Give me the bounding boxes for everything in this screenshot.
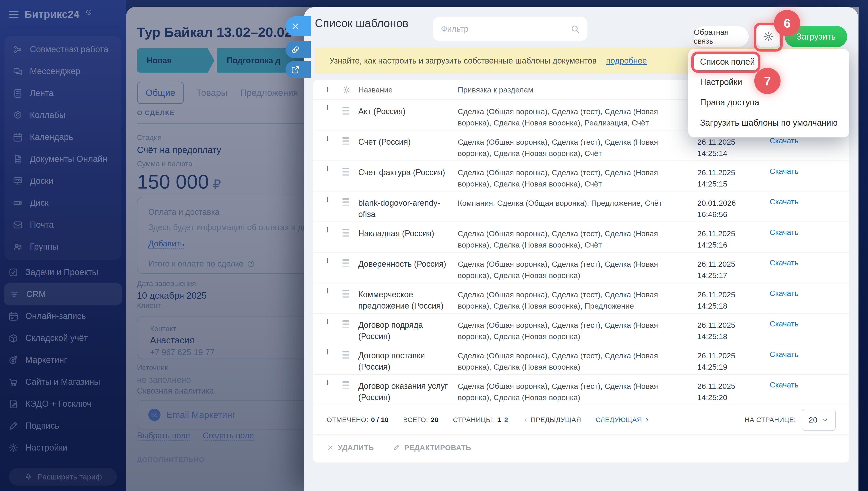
column-header-name[interactable]: Название bbox=[358, 84, 458, 95]
deal-tab[interactable]: Общие bbox=[137, 82, 184, 104]
template-name[interactable]: Договор оказания услуг (Россия) bbox=[358, 380, 458, 403]
sidebar-item[interactable]: Доски bbox=[4, 170, 121, 192]
select-all-checkbox[interactable] bbox=[327, 87, 328, 92]
template-name[interactable]: Доверенность (Россия) bbox=[358, 258, 458, 270]
sidebar-item[interactable]: Календарь bbox=[4, 126, 121, 148]
per-page-select[interactable]: 20 bbox=[802, 409, 836, 431]
sidebar-item[interactable]: Сайты и Магазины bbox=[0, 371, 126, 393]
delete-button[interactable]: УДАЛИТЬ bbox=[327, 443, 374, 452]
row-checkbox[interactable] bbox=[327, 197, 328, 202]
select-field-link[interactable]: Выбрать поле bbox=[137, 431, 190, 441]
sidebar-item[interactable]: Лента bbox=[4, 82, 121, 104]
download-link[interactable]: Скачать bbox=[770, 380, 799, 389]
sidebar-item[interactable]: Задачи и Проекты bbox=[0, 261, 126, 283]
sidebar-item[interactable]: Документы Онлайн bbox=[4, 148, 121, 170]
stage-new[interactable]: Новая bbox=[137, 48, 214, 73]
filter-input[interactable] bbox=[441, 24, 570, 34]
sidebar-item-collab[interactable]: Совместная работа bbox=[4, 38, 121, 60]
row-checkbox[interactable] bbox=[327, 319, 328, 324]
drag-handle-icon[interactable] bbox=[342, 229, 349, 237]
template-name[interactable]: Договор подряда (Россия) bbox=[358, 319, 458, 342]
deal-tab[interactable]: Товары bbox=[197, 82, 228, 103]
dropdown-menu-item[interactable]: Настройки bbox=[688, 72, 849, 92]
row-checkbox[interactable] bbox=[327, 136, 328, 141]
download-cell: Скачать bbox=[770, 258, 849, 267]
sidebar-item[interactable]: Онлайн-запись bbox=[0, 305, 126, 327]
download-link[interactable]: Скачать bbox=[770, 167, 799, 175]
next-page-button[interactable]: СЛЕДУЮЩАЯ bbox=[596, 416, 650, 424]
template-name[interactable]: Коммерческое предложение (Россия) bbox=[358, 289, 458, 312]
dropdown-menu-item[interactable]: Права доступа bbox=[688, 92, 849, 113]
menu-icon[interactable] bbox=[9, 11, 19, 18]
drag-handle-icon[interactable] bbox=[342, 168, 349, 176]
page-1[interactable]: 1 bbox=[497, 416, 501, 424]
download-link[interactable]: Скачать bbox=[770, 197, 799, 206]
drag-handle-icon[interactable] bbox=[342, 259, 349, 267]
template-name[interactable]: Счет-фактура (Россия) bbox=[358, 167, 458, 178]
download-link[interactable]: Скачать bbox=[770, 228, 799, 236]
open-new-window-button[interactable] bbox=[286, 61, 311, 78]
amount-value[interactable]: 150 000₽ bbox=[137, 170, 221, 193]
drag-handle-icon[interactable] bbox=[342, 381, 349, 389]
upload-button[interactable]: Загрузить bbox=[785, 26, 847, 47]
help-icon[interactable] bbox=[247, 260, 255, 268]
banner-more-link[interactable]: подробнее bbox=[606, 56, 647, 65]
upgrade-plan-button[interactable]: Расширить тариф bbox=[9, 468, 117, 486]
field-value[interactable]: Счёт на предоплату bbox=[137, 145, 221, 155]
row-checkbox[interactable] bbox=[327, 166, 328, 171]
column-header-sections[interactable]: Привязка к разделам bbox=[458, 84, 697, 95]
sidebar-item-label: Почта bbox=[30, 220, 54, 230]
sidebar-item[interactable]: Настройки bbox=[0, 437, 126, 459]
drag-handle-icon[interactable] bbox=[342, 290, 349, 298]
drag-handle-icon[interactable] bbox=[342, 351, 349, 359]
analytics-value[interactable]: Email Маркетинг bbox=[167, 410, 236, 420]
page-2[interactable]: 2 bbox=[504, 416, 508, 424]
dropdown-menu-item[interactable]: Список полей bbox=[688, 52, 849, 72]
download-link[interactable]: Скачать bbox=[770, 350, 799, 358]
sidebar-item[interactable]: Складской учёт bbox=[0, 327, 126, 349]
row-checkbox[interactable] bbox=[327, 105, 328, 110]
settings-gear-button[interactable] bbox=[757, 26, 779, 47]
download-link[interactable]: Скачать bbox=[770, 289, 799, 297]
deal-tab[interactable]: Предложения bbox=[240, 82, 298, 103]
columns-gear-icon[interactable] bbox=[342, 86, 351, 94]
sidebar-item[interactable]: Почта bbox=[4, 214, 121, 236]
add-payment-link[interactable]: Добавить bbox=[148, 239, 184, 249]
create-field-link[interactable]: Создать поле bbox=[203, 431, 254, 441]
row-checkbox[interactable] bbox=[327, 227, 328, 232]
feedback-button[interactable]: Обратная связь bbox=[694, 26, 749, 47]
edit-button[interactable]: РЕДАКТИРОВАТЬ bbox=[393, 443, 471, 452]
download-link[interactable]: Скачать bbox=[770, 258, 799, 267]
sidebar-item[interactable]: Подпись bbox=[0, 415, 126, 437]
download-link[interactable]: Скачать bbox=[770, 319, 799, 328]
sidebar-item-icon bbox=[8, 267, 19, 278]
field-value[interactable]: 10 декабря 2025 bbox=[137, 290, 207, 301]
sidebar-item[interactable]: Диск bbox=[4, 192, 121, 214]
sidebar-item[interactable]: Коллабы bbox=[4, 104, 121, 126]
download-link[interactable]: Скачать bbox=[770, 136, 799, 145]
sidebar-item[interactable]: Маркетинг bbox=[0, 349, 126, 371]
sidebar-item[interactable]: КЭДО + Госключ bbox=[0, 393, 126, 415]
field-label: Источник bbox=[137, 364, 191, 372]
drag-handle-icon[interactable] bbox=[342, 320, 349, 328]
row-checkbox[interactable] bbox=[327, 349, 328, 354]
drag-handle-icon[interactable] bbox=[342, 198, 349, 206]
template-name[interactable]: Счет (Россия) bbox=[358, 136, 458, 148]
row-checkbox[interactable] bbox=[327, 380, 328, 385]
template-name[interactable]: Договор поставки (Россия) bbox=[358, 350, 458, 373]
sidebar-item[interactable]: CRM bbox=[4, 283, 122, 305]
search-icon[interactable] bbox=[570, 24, 580, 34]
dropdown-menu-item[interactable]: Загрузить шаблоны по умолчанию bbox=[688, 113, 849, 133]
template-name[interactable]: Акт (Россия) bbox=[358, 106, 458, 117]
field-value[interactable]: не заполнено bbox=[137, 375, 191, 385]
sidebar-item[interactable]: Мессенджер bbox=[4, 60, 121, 82]
sidebar-item[interactable]: Группы bbox=[4, 236, 121, 258]
row-checkbox[interactable] bbox=[327, 258, 328, 263]
template-name[interactable]: Накладная (Россия) bbox=[358, 228, 458, 239]
template-name[interactable]: blank-dogovor-arendy-ofisa bbox=[358, 197, 458, 220]
drag-handle-icon[interactable] bbox=[342, 137, 349, 145]
drag-handle-icon[interactable] bbox=[342, 107, 349, 115]
row-checkbox[interactable] bbox=[327, 288, 328, 293]
logo[interactable]: Битрикс24 bbox=[24, 8, 80, 20]
prev-page-button[interactable]: ПРЕДЫДУЩАЯ bbox=[522, 416, 581, 424]
